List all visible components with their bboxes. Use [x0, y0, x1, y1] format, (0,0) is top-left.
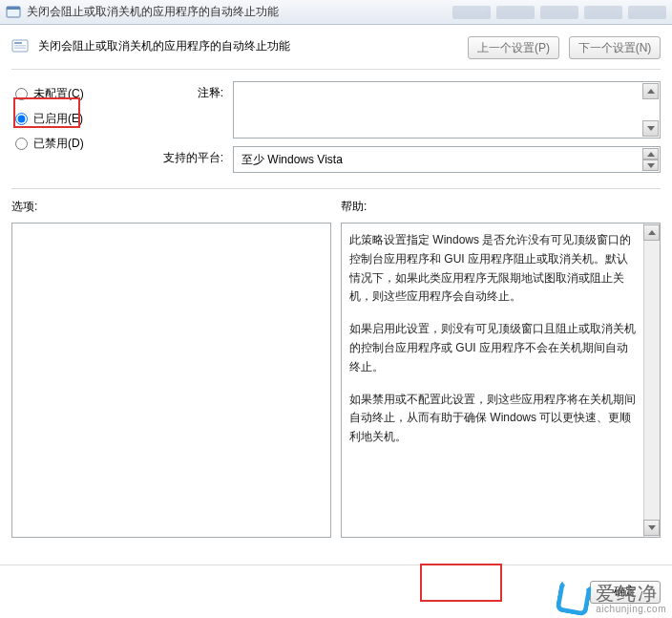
help-paragraph: 如果启用此设置，则没有可见顶级窗口且阻止或取消关机的控制台应用程序或 GUI 应… [349, 320, 637, 376]
next-setting-button[interactable]: 下一个设置(N) [569, 36, 661, 59]
prev-setting-button[interactable]: 上一个设置(P) [468, 36, 559, 59]
footer: 确定 [0, 565, 672, 618]
help-scroll-up[interactable] [643, 224, 660, 241]
options-label: 选项: [11, 199, 331, 215]
window-title: 关闭会阻止或取消关机的应用程序的自动终止功能 [27, 4, 279, 20]
radio-group: 未配置(C) 已启用(E) 已禁用(D) [11, 81, 145, 173]
svg-rect-5 [14, 48, 26, 50]
radio-disabled[interactable]: 已禁用(D) [11, 131, 145, 156]
help-pane: 此策略设置指定 Windows 是否允许没有可见顶级窗口的控制台应用程序和 GU… [341, 223, 661, 538]
supported-label: 支持的平台: [162, 146, 223, 166]
svg-rect-3 [14, 42, 22, 44]
help-label: 帮助: [341, 199, 661, 215]
ok-button[interactable]: 确定 [590, 581, 661, 604]
radio-not-configured-input[interactable] [15, 88, 28, 100]
radio-not-configured-label: 未配置(C) [33, 86, 84, 102]
radio-enabled-input[interactable] [15, 113, 28, 125]
radio-enabled[interactable]: 已启用(E) [11, 106, 145, 131]
radio-disabled-input[interactable] [15, 138, 28, 150]
comment-scroll-up[interactable] [642, 83, 659, 99]
header-row: 关闭会阻止或取消关机的应用程序的自动终止功能 上一个设置(P) 下一个设置(N) [11, 36, 661, 59]
divider [11, 188, 661, 189]
supported-scroll-up[interactable] [642, 148, 659, 160]
help-paragraph: 此策略设置指定 Windows 是否允许没有可见顶级窗口的控制台应用程序和 GU… [349, 231, 637, 307]
help-scroll-down[interactable] [643, 520, 660, 536]
svg-rect-4 [14, 45, 26, 47]
app-icon [6, 5, 21, 20]
help-scrollbar[interactable] [643, 224, 660, 537]
radio-not-configured[interactable]: 未配置(C) [11, 81, 145, 106]
supported-scroll-down[interactable] [642, 160, 659, 171]
supported-value: 至少 Windows Vista [242, 152, 343, 168]
titlebar-blur-ghosts [452, 6, 666, 19]
radio-enabled-label: 已启用(E) [33, 111, 83, 127]
policy-icon [11, 37, 29, 54]
comment-textarea[interactable] [233, 81, 661, 139]
divider [11, 69, 661, 70]
supported-on-box: 至少 Windows Vista [233, 146, 661, 173]
comment-scroll-down[interactable] [642, 120, 659, 137]
help-paragraph: 如果禁用或不配置此设置，则这些应用程序将在关机期间自动终止，从而有助于确保 Wi… [349, 391, 637, 447]
page-title: 关闭会阻止或取消关机的应用程序的自动终止功能 [38, 36, 290, 54]
radio-disabled-label: 已禁用(D) [33, 136, 84, 152]
comment-label: 注释: [162, 81, 223, 101]
title-bar: 关闭会阻止或取消关机的应用程序的自动终止功能 [0, 0, 672, 25]
options-pane [11, 223, 331, 538]
svg-rect-1 [7, 7, 20, 10]
